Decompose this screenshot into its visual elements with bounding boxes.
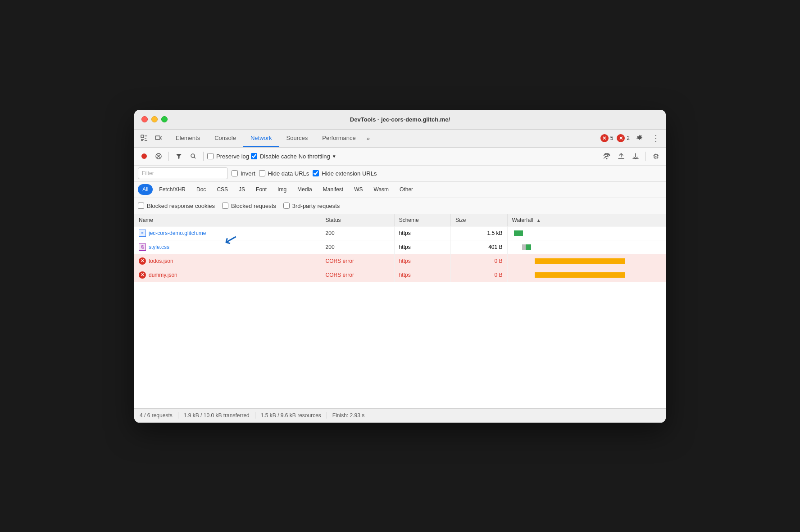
hide-data-urls-checkbox[interactable] — [259, 170, 265, 176]
type-filter-doc[interactable]: Doc — [192, 184, 210, 195]
type-filter-other[interactable]: Other — [395, 184, 418, 195]
css-icon: ⎘ — [139, 243, 146, 251]
device-icon[interactable] — [152, 132, 165, 144]
empty-row — [134, 372, 666, 390]
type-filter-fetch-xhr[interactable]: Fetch/XHR — [155, 184, 190, 195]
network-requests-table: Name Status Scheme Size Waterfall — [134, 214, 666, 408]
type-filter-media[interactable]: Media — [293, 184, 317, 195]
empty-row — [134, 318, 666, 336]
cell-name: ⎘ style.css — [134, 240, 321, 254]
tab-performance[interactable]: Performance — [315, 129, 363, 147]
clear-button[interactable] — [152, 150, 165, 162]
third-party-checkbox[interactable] — [283, 203, 290, 209]
resources-size: 1.5 kB / 9.6 kB resources — [255, 412, 327, 419]
table-row[interactable]: ✕ todos.json CORS error https 0 B — [134, 254, 666, 268]
type-filter-js[interactable]: JS — [234, 184, 250, 195]
type-filter-manifest[interactable]: Manifest — [318, 184, 348, 195]
col-waterfall[interactable]: Waterfall ▲ — [507, 214, 666, 226]
error-icon-2: ✕ — [617, 134, 625, 142]
close-button[interactable] — [141, 116, 148, 122]
blocked-response-label: Blocked response cookies — [147, 203, 215, 209]
throttle-dropdown[interactable]: No throttling ▼ — [299, 153, 336, 160]
col-status[interactable]: Status — [321, 214, 394, 226]
tabs-more-button[interactable]: » — [363, 129, 373, 147]
separator-3 — [645, 152, 646, 161]
hide-extension-urls-checkbox[interactable] — [313, 170, 319, 176]
waterfall-bar-container — [512, 271, 629, 280]
record-button[interactable] — [138, 150, 150, 162]
more-options-icon[interactable]: ⋮ — [650, 132, 662, 144]
network-settings-icon[interactable]: ⚙ — [650, 150, 662, 162]
col-name[interactable]: Name — [134, 214, 321, 226]
filter-bar: Invert Hide data URLs Hide extension URL… — [134, 166, 666, 182]
waterfall-bar — [514, 230, 523, 236]
tab-elements[interactable]: Elements — [168, 129, 207, 147]
cell-waterfall — [507, 254, 666, 268]
preserve-log-checkbox[interactable] — [207, 153, 214, 159]
tab-sources[interactable]: Sources — [279, 129, 315, 147]
cell-waterfall — [507, 226, 666, 240]
separator-2 — [203, 152, 204, 161]
type-filter-img[interactable]: Img — [273, 184, 291, 195]
tab-icons — [138, 132, 165, 144]
request-name-link[interactable]: style.css — [149, 244, 169, 250]
cell-size: 0 B — [451, 268, 507, 282]
table-row[interactable]: ≡ jec-cors-demo.glitch.me 200 https 1.5 … — [134, 226, 666, 240]
col-size[interactable]: Size — [451, 214, 507, 226]
cell-name: ≡ jec-cors-demo.glitch.me — [134, 226, 321, 240]
table-row[interactable]: ⎘ style.css 200 https 401 B — [134, 240, 666, 254]
blocked-response-checkbox[interactable] — [138, 203, 144, 209]
disable-cache-checkbox[interactable] — [251, 153, 257, 159]
finish-time: Finish: 2.93 s — [327, 412, 370, 419]
upload-button[interactable] — [615, 150, 627, 162]
blocked-requests-checkbox[interactable] — [222, 203, 228, 209]
request-name-link[interactable]: jec-cors-demo.glitch.me — [149, 230, 206, 236]
cell-scheme: https — [394, 254, 450, 268]
filter-input[interactable] — [138, 167, 228, 179]
error-icon: ✕ — [139, 271, 146, 279]
transferred-size: 1.9 kB / 10.0 kB transferred — [178, 412, 255, 419]
blocked-response-area: Blocked response cookies — [138, 203, 215, 209]
col-scheme[interactable]: Scheme — [394, 214, 450, 226]
blocked-requests-label: Blocked requests — [231, 203, 276, 209]
type-filter-font[interactable]: Font — [251, 184, 271, 195]
hide-data-urls-area: Hide data URLs — [259, 170, 309, 177]
type-filter-ws[interactable]: WS — [350, 184, 367, 195]
table-row[interactable]: ✕ dummy.json CORS error https 0 B — [134, 268, 666, 282]
blocked-bar: Blocked response cookies Blocked request… — [134, 198, 666, 214]
invert-checkbox[interactable] — [232, 170, 238, 176]
type-filter-wasm[interactable]: Wasm — [369, 184, 394, 195]
search-button[interactable] — [187, 150, 200, 162]
inspect-icon[interactable] — [138, 132, 150, 144]
type-filter-all[interactable]: All — [138, 184, 153, 195]
throttle-arrow-icon: ▼ — [332, 154, 336, 159]
settings-gear-icon[interactable] — [633, 132, 646, 144]
title-bar: DevTools - jec-cors-demo.glitch.me/ — [134, 110, 666, 130]
type-filter-bar: All Fetch/XHR Doc CSS JS Font Img Media … — [134, 182, 666, 198]
filter-button[interactable] — [173, 150, 185, 162]
throttle-label: No throttling — [299, 153, 330, 160]
tab-console[interactable]: Console — [207, 129, 243, 147]
svg-rect-2 — [161, 137, 162, 139]
tab-network[interactable]: Network — [243, 129, 279, 147]
cell-scheme: https — [394, 240, 450, 254]
waterfall-bar-container — [512, 243, 620, 252]
error-count-1: 5 — [610, 135, 614, 141]
empty-row — [134, 282, 666, 300]
cell-status: CORS error — [321, 268, 394, 282]
network-conditions-icon[interactable] — [600, 150, 613, 162]
table-header: Name Status Scheme Size Waterfall — [134, 214, 666, 226]
svg-point-3 — [141, 153, 147, 159]
hide-extension-urls-label: Hide extension URLs — [322, 170, 377, 177]
error-icon-1: ✕ — [600, 134, 609, 142]
invert-area: Invert — [232, 170, 255, 177]
download-button[interactable] — [629, 150, 642, 162]
cell-name: ✕ todos.json — [134, 254, 321, 268]
third-party-label: 3rd-party requests — [292, 203, 340, 209]
minimize-button[interactable] — [151, 116, 158, 122]
maximize-button[interactable] — [161, 116, 168, 122]
type-filter-css[interactable]: CSS — [212, 184, 232, 195]
cell-status: CORS error — [321, 254, 394, 268]
devtools-body: Elements Console Network Sources Perform… — [134, 130, 666, 423]
invert-label: Invert — [241, 170, 255, 177]
